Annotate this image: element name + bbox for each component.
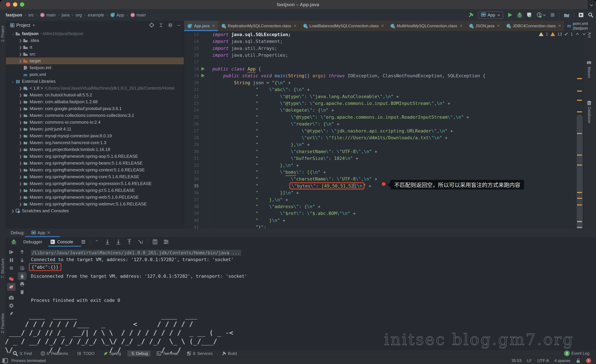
breadcrumb-item-main[interactable]: mmain <box>130 13 146 18</box>
breadcrumb-item-example[interactable]: example <box>88 13 104 18</box>
tree-item[interactable]: ❯Maven: commons-io:commons-io:2.4 <box>6 119 184 126</box>
settings-gear-icon[interactable] <box>168 23 173 28</box>
tab-app-java[interactable]: CApp.java✕ <box>184 21 218 31</box>
tree-item[interactable]: ❯Maven: junit:junit:4.11 <box>6 126 184 132</box>
soft-wrap-icon[interactable] <box>18 264 26 272</box>
tree-item[interactable]: ❯Maven: org.springframework:spring-expre… <box>6 180 184 187</box>
code-line[interactable]: 33 " \"boms\": [{\n" + <box>184 169 580 175</box>
code-line[interactable]: 30 " \"charsetName\": \"UTF-8\",\n" + <box>184 148 580 155</box>
step-over-icon[interactable] <box>105 239 110 245</box>
tree-item[interactable]: ❯Maven: org.springframework:spring-aop:5… <box>6 153 184 160</box>
warning-stripe-mark[interactable] <box>577 91 582 92</box>
tool-stripe-structure[interactable]: 7: Structure <box>0 258 5 278</box>
tree-item[interactable]: ❯< 1.8 >/Library/Java/JavaVirtualMachine… <box>6 85 184 92</box>
tree-chevron-icon[interactable]: ❯ <box>18 100 23 104</box>
code-line[interactable]: 31 " \"bufferSize\": 1024\n" + <box>184 155 580 162</box>
close-icon[interactable]: ✕ <box>47 230 51 235</box>
tab-multihostmysqlconnection-class[interactable]: CMultiHostMySQLConnection.class✕ <box>387 21 466 31</box>
resume-program-icon[interactable] <box>7 248 16 256</box>
build-project-hammer-icon[interactable] <box>468 12 474 18</box>
code-line[interactable]: 36 " }]\n" + <box>184 189 580 196</box>
code-editor[interactable]: 13import java.sql.SQLException;14import … <box>184 31 584 229</box>
layout-settings-icon[interactable] <box>164 239 169 244</box>
code-line[interactable]: 20 String json = "{\n" + <box>184 79 580 86</box>
locate-file-icon[interactable] <box>149 23 154 28</box>
step-out-icon[interactable] <box>127 239 132 245</box>
code-line[interactable]: 32 " },\n" + <box>184 162 580 169</box>
tree-chevron-icon[interactable]: ❯ <box>18 182 23 186</box>
tree-chevron-icon[interactable]: ❯ <box>18 45 23 49</box>
tree-chevron-icon[interactable]: ❯ <box>18 39 23 43</box>
pause-program-icon[interactable] <box>7 256 16 264</box>
tree-chevron-icon[interactable]: ❯ <box>18 195 23 199</box>
tab-loadbalancedmysqlconnection-class[interactable]: CLoadBalancedMySQLConnection.class✕ <box>300 21 387 31</box>
ide-error-icon[interactable]: ! <box>586 358 591 363</box>
tab-pom-xml-fastjson[interactable]: mpom.xml (fastjson <box>564 21 591 31</box>
event-log-button[interactable]: 2 Event Log <box>564 350 589 357</box>
tree-item[interactable]: ❯Maven: org.hamcrest:hamcrest-core:1.3 <box>6 139 184 146</box>
tab-jdbc4connection-class[interactable]: CJDBC4Connection.class✕ <box>503 21 564 31</box>
coverage-button-icon[interactable] <box>527 12 532 18</box>
code-line[interactable]: 16import java.util.Properties; <box>184 52 580 58</box>
breadcrumb-item-fastjson[interactable]: fastjson <box>6 13 22 18</box>
code-line[interactable]: 25 " \"@type\": \"org.apache.commons.io.… <box>184 114 580 121</box>
profiler-button-icon[interactable] <box>536 12 546 18</box>
close-tab-icon[interactable]: ✕ <box>497 24 500 28</box>
tree-item[interactable]: ❯Maven: com.google.protobuf:protobuf-jav… <box>6 105 184 112</box>
code-line[interactable]: 14import java.sql.Statement; <box>184 38 580 45</box>
search-everywhere-icon[interactable] <box>588 12 593 18</box>
tree-chevron-icon[interactable]: ❯ <box>18 93 23 97</box>
code-line[interactable]: 27 " \"@type\": \"jdk.nashorn.api.script… <box>184 127 580 134</box>
tree-item[interactable]: ❯rt <box>6 44 184 51</box>
tree-item[interactable]: ❯target <box>6 58 184 64</box>
tree-chevron-icon[interactable]: ❯ <box>18 120 23 124</box>
tree-item[interactable]: mpom.xml <box>6 71 184 78</box>
close-tab-icon[interactable]: ✕ <box>558 24 561 28</box>
tree-chevron-icon[interactable]: ❯ <box>18 52 23 56</box>
debug-session-tab[interactable]: App ✕ <box>31 230 51 235</box>
tree-item[interactable]: ❯Maven: org.springframework:spring-jcl:5… <box>6 187 184 194</box>
tree-item[interactable]: ⌄fastjson~/d4m1ts/java/fastjson <box>6 30 184 37</box>
breadcrumb-item-java[interactable]: java <box>62 13 70 18</box>
line-separator[interactable]: LF <box>527 358 532 363</box>
tree-chevron-icon[interactable]: ⌄ <box>11 32 15 36</box>
lock-open-icon[interactable] <box>576 358 580 363</box>
chevron-down-icon[interactable] <box>589 3 594 7</box>
code-line[interactable]: 22 " \"@type\": \"java.lang.AutoCloseabl… <box>184 93 580 100</box>
debug-button-icon[interactable] <box>517 12 522 18</box>
hide-panel-icon[interactable]: ─ <box>177 23 180 28</box>
close-tab-icon[interactable]: ✕ <box>212 24 215 28</box>
tree-item[interactable]: ❯Maven: commons-collections:commons-coll… <box>6 112 184 119</box>
code-line[interactable]: 19 public static void main(String[] args… <box>184 72 580 79</box>
tree-item[interactable]: ⌄External Libraries <box>6 78 184 85</box>
title-bar[interactable]: fastjson – App.java <box>0 0 596 9</box>
tree-item[interactable]: fastjson.iml <box>6 64 184 71</box>
tree-item[interactable]: ❯Maven: com.alibaba:fastjson:1.2.68 <box>6 98 184 105</box>
next-problem-icon[interactable] <box>582 32 586 36</box>
code-line[interactable]: 21 " \"abc\": {\n" + <box>184 86 580 93</box>
project-view-selector[interactable]: Project <box>16 23 30 28</box>
warning-stripe-mark[interactable] <box>577 111 582 112</box>
code-line[interactable]: 29 " },\n" + <box>184 141 580 148</box>
tree-item[interactable]: ❯Maven: org.springframework:spring-conte… <box>6 167 184 173</box>
tree-item[interactable]: ❯.idea <box>6 37 184 44</box>
tool-stripe-database[interactable]: Database <box>587 101 591 123</box>
tree-item[interactable]: ❯Scratches and Consoles <box>6 207 184 214</box>
toolwindow-toggle-icon[interactable] <box>2 358 8 363</box>
code-line[interactable]: 13import java.sql.SQLException; <box>184 31 580 38</box>
show-execution-point-icon[interactable]: ⌃ <box>95 239 99 245</box>
stop-process-icon[interactable] <box>7 264 16 272</box>
tree-item[interactable]: ❯Maven: org.projectlombok:lombok:1.16.18 <box>6 146 184 153</box>
breadcrumb-item-src[interactable]: src <box>28 13 34 18</box>
run-button-icon[interactable] <box>507 12 513 18</box>
prev-problem-icon[interactable] <box>575 32 580 36</box>
clear-console-icon[interactable] <box>18 288 26 296</box>
tree-item[interactable]: ❯Maven: org.springframework:spring-web:5… <box>6 194 184 201</box>
next-occurrence-icon[interactable] <box>18 256 26 264</box>
prev-occurrence-icon[interactable] <box>18 248 26 256</box>
run-to-cursor-icon[interactable] <box>138 239 143 245</box>
caret-position[interactable]: 35:53 <box>512 358 522 363</box>
code-line[interactable]: 24 " \"delegate\": {\n" + <box>184 107 580 114</box>
tree-chevron-icon[interactable]: ❯ <box>18 114 23 117</box>
code-line[interactable]: 23 " \"@type\": \"org.apache.commons.io.… <box>184 100 580 107</box>
